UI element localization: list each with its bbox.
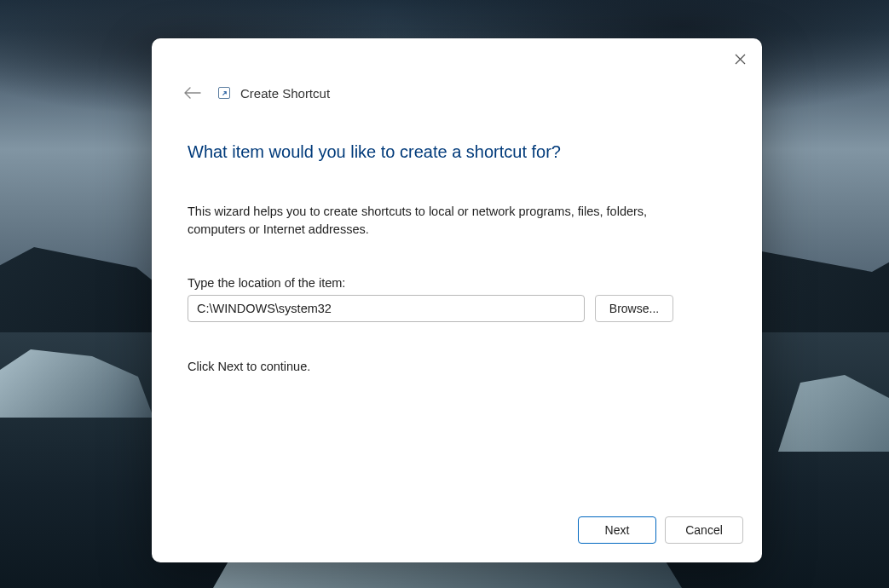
shortcut-icon (218, 87, 230, 99)
location-input-row: Browse... (188, 295, 726, 322)
location-label: Type the location of the item: (188, 276, 726, 290)
close-icon (735, 54, 746, 65)
continue-instruction: Click Next to continue. (188, 360, 726, 373)
close-button[interactable] (731, 50, 748, 67)
back-button[interactable] (182, 83, 203, 103)
dialog-footer: Next Cancel (152, 516, 762, 562)
location-input[interactable] (188, 295, 585, 322)
cancel-button[interactable]: Cancel (665, 516, 743, 544)
dialog-header: Create Shortcut (152, 38, 762, 103)
next-button[interactable]: Next (578, 516, 656, 544)
back-arrow-icon (184, 87, 201, 99)
dialog-content: What item would you like to create a sho… (152, 103, 762, 516)
wizard-heading: What item would you like to create a sho… (188, 142, 726, 162)
dialog-title: Create Shortcut (240, 86, 330, 101)
wizard-description: This wizard helps you to create shortcut… (188, 203, 665, 239)
create-shortcut-dialog: Create Shortcut What item would you like… (152, 38, 762, 562)
browse-button[interactable]: Browse... (595, 295, 673, 322)
